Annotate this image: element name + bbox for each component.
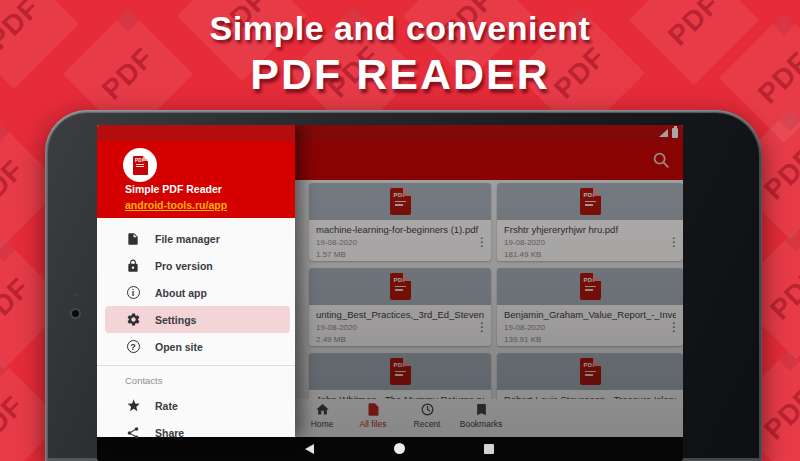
pattern-pdf-label: PDF: [764, 262, 800, 326]
menu-item-share[interactable]: Share: [97, 419, 295, 446]
star-icon: [125, 398, 141, 414]
banner: Simple and convenient PDF READER: [0, 0, 800, 99]
pattern-pdf-label: PDF: [0, 154, 30, 218]
menu-label: About app: [155, 287, 207, 299]
drawer-menu: File manager Pro version i About app: [97, 218, 295, 446]
info-icon: i: [125, 285, 141, 301]
menu-item-open-site[interactable]: ? Open site: [97, 333, 295, 360]
menu-label: Pro version: [155, 260, 213, 272]
doc-line: [136, 166, 144, 167]
promo-page: PDF PDF PDF PDF PDF PDF PDF PDF PDF PDF …: [0, 0, 800, 461]
drawer-status-strip: [97, 125, 295, 141]
gear-icon: [125, 312, 141, 328]
file-manager-icon: [125, 231, 141, 247]
menu-label: File manager: [155, 233, 220, 245]
menu-label: Share: [155, 427, 184, 439]
page-fold-icon: [143, 156, 148, 161]
doc-line: [136, 164, 144, 165]
menu-item-file-manager[interactable]: File manager: [97, 225, 295, 252]
menu-divider: [97, 365, 295, 366]
share-icon: [125, 425, 141, 441]
recents-button[interactable]: [484, 444, 494, 454]
pattern-pdf-label: PDF: [0, 390, 30, 454]
banner-subtitle: Simple and convenient: [0, 9, 800, 48]
pattern-pdf-label: PDF: [0, 272, 36, 336]
sensor-dot: [74, 293, 78, 297]
menu-section-contacts: Contacts: [97, 370, 295, 392]
menu-label: Open site: [155, 341, 203, 353]
menu-item-rate[interactable]: Rate: [97, 392, 295, 419]
menu-item-pro-version[interactable]: Pro version: [97, 252, 295, 279]
home-button[interactable]: [394, 443, 405, 454]
lock-icon: [125, 258, 141, 274]
navigation-drawer: PDF Simple PDF Reader android-tools.ru/a…: [97, 125, 295, 437]
back-button[interactable]: [305, 444, 314, 454]
pdf-logo-icon: PDF: [133, 156, 148, 175]
camera-icon: [70, 308, 81, 319]
drawer-header: PDF Simple PDF Reader android-tools.ru/a…: [97, 141, 295, 218]
pattern-pdf-label: PDF: [758, 142, 800, 206]
pattern-pdf-label: PDF: [758, 382, 800, 446]
menu-label: Rate: [155, 400, 178, 412]
menu-item-settings[interactable]: Settings: [105, 306, 290, 333]
menu-label: Settings: [155, 314, 196, 326]
menu-item-about-app[interactable]: i About app: [97, 279, 295, 306]
help-icon: ?: [125, 339, 141, 355]
app-name: Simple PDF Reader: [125, 183, 222, 195]
app-logo: PDF: [123, 148, 157, 182]
app-site-link[interactable]: android-tools.ru/app: [125, 199, 227, 211]
banner-title: PDF READER: [0, 50, 800, 99]
tablet-screen: 7:00 PDF: [97, 125, 683, 461]
